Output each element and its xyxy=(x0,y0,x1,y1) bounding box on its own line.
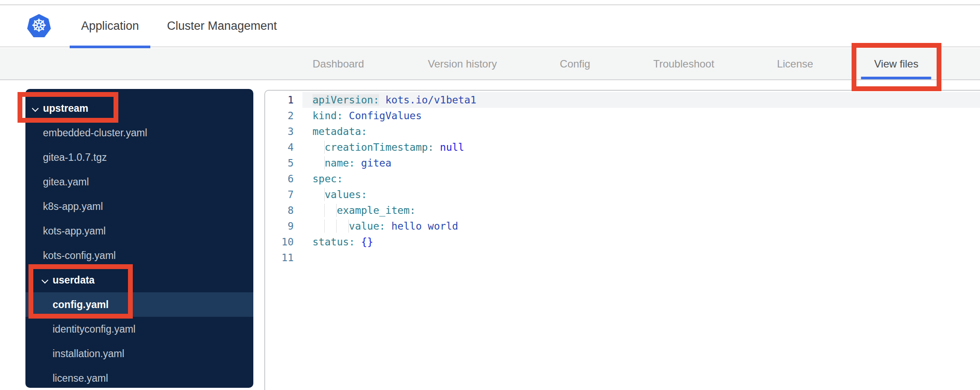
code-line: 11 xyxy=(265,250,980,266)
code-token: spec: xyxy=(312,173,343,184)
line-number: 7 xyxy=(265,187,294,202)
code-token xyxy=(385,220,391,232)
tree-file-embedded-cluster-yaml[interactable]: embedded-cluster.yaml xyxy=(25,121,253,145)
code-token: hello world xyxy=(391,220,458,232)
tree-file-license-yaml[interactable]: license.yaml xyxy=(25,366,253,388)
subnav-tab-label: License xyxy=(777,58,813,70)
tree-file-kots-config-yaml[interactable]: kots-config.yaml xyxy=(25,243,253,268)
line-number: 2 xyxy=(265,108,294,124)
tree-file-gitea-yaml[interactable]: gitea.yaml xyxy=(25,170,253,194)
code-token: kind: xyxy=(312,110,343,121)
code-line-content: creationTimestamp: null xyxy=(302,139,980,155)
tree-file-gitea-1-0-7-tgz[interactable]: gitea-1.0.7.tgz xyxy=(25,145,253,170)
indent-guide xyxy=(312,204,325,217)
code-token xyxy=(355,157,361,169)
file-tree-sidebar: upstreamembedded-cluster.yamlgitea-1.0.7… xyxy=(25,89,253,388)
line-number: 10 xyxy=(265,234,294,250)
indent-guide xyxy=(312,156,325,170)
code-token xyxy=(355,236,361,248)
subnav-tab-dashboard[interactable]: Dashboard xyxy=(312,48,364,79)
tree-item-label: upstream xyxy=(43,103,89,114)
code-line-content: spec: xyxy=(302,171,980,187)
code-line: 10status: {} xyxy=(265,234,980,250)
code-line-content: kind: ConfigValues xyxy=(302,108,980,124)
header-tab-cluster-management[interactable]: Cluster Management xyxy=(167,5,277,46)
tree-folder-userdata[interactable]: userdata xyxy=(25,268,253,292)
tree-item-label: license.yaml xyxy=(53,372,108,384)
code-token xyxy=(379,94,385,106)
code-line-content: status: {} xyxy=(302,234,980,250)
header-tab-label: Application xyxy=(81,19,139,33)
line-number: 8 xyxy=(265,202,294,218)
subnav-tab-troubleshoot[interactable]: Troubleshoot xyxy=(653,48,714,79)
code-line: 4creationTimestamp: null xyxy=(265,139,980,155)
code-line: 1apiVersion: kots.io/v1beta1 xyxy=(265,92,980,108)
subnav-tab-label: View files xyxy=(874,58,919,70)
header-tab-label: Cluster Management xyxy=(167,19,277,33)
yaml-file-viewer[interactable]: 1apiVersion: kots.io/v1beta12kind: Confi… xyxy=(264,90,980,390)
code-line: 8example_item: xyxy=(265,202,980,218)
tree-file-identityconfig-yaml[interactable]: identityconfig.yaml xyxy=(25,317,253,341)
code-token: creationTimestamp: xyxy=(325,142,434,153)
code-line-content: value: hello world xyxy=(302,218,980,234)
tree-file-installation-yaml[interactable]: installation.yaml xyxy=(25,341,253,366)
indent-guide xyxy=(325,204,337,217)
code-line-content: name: gitea xyxy=(302,155,980,171)
code-line: 9value: hello world xyxy=(265,218,980,234)
subnav-tab-label: Troubleshoot xyxy=(653,58,714,70)
indent-guide xyxy=(312,188,325,201)
tree-item-label: gitea.yaml xyxy=(43,176,89,188)
line-number: 6 xyxy=(265,171,294,187)
kubernetes-logo-icon: ☸ xyxy=(27,14,51,38)
code-token: status: xyxy=(312,236,355,248)
tree-file-kots-app-yaml[interactable]: kots-app.yaml xyxy=(25,219,253,243)
subnav-tab-config[interactable]: Config xyxy=(560,48,590,79)
tree-item-label: kots-app.yaml xyxy=(43,225,106,237)
indent-guide xyxy=(312,220,325,233)
code-line: 5name: gitea xyxy=(265,155,980,171)
ship-wheel-glyph: ☸ xyxy=(31,17,47,34)
code-token: value: xyxy=(349,220,385,232)
code-token: metadata: xyxy=(312,126,367,137)
code-token: gitea xyxy=(361,157,391,169)
app-header: ☸ ApplicationCluster Management xyxy=(0,5,980,47)
code-token xyxy=(434,142,440,153)
chevron-down-icon xyxy=(42,277,48,283)
subnav-tab-view-files[interactable]: View files xyxy=(874,48,919,79)
tree-item-label: embedded-cluster.yaml xyxy=(43,127,147,139)
header-tabs: ApplicationCluster Management xyxy=(81,5,277,46)
subnav-tab-license[interactable]: License xyxy=(777,48,813,79)
code-line-content: values: xyxy=(302,187,980,202)
subnav-tab-version-history[interactable]: Version history xyxy=(428,48,497,79)
tree-item-label: config.yaml xyxy=(53,299,109,311)
tree-item-label: gitea-1.0.7.tgz xyxy=(43,152,107,163)
line-number: 11 xyxy=(265,250,294,266)
line-number: 9 xyxy=(265,218,294,234)
indent-guide xyxy=(312,141,325,154)
tree-file-config-yaml[interactable]: config.yaml xyxy=(25,292,253,317)
tree-item-label: installation.yaml xyxy=(53,348,124,360)
code-line: 2kind: ConfigValues xyxy=(265,108,980,124)
code-token: name: xyxy=(325,157,355,169)
kots-admin-console: ☸ ApplicationCluster Management Dashboar… xyxy=(0,0,980,390)
line-number: 1 xyxy=(265,92,294,108)
code-token: apiVersion: xyxy=(312,94,379,106)
code-token: ConfigValues xyxy=(349,110,422,121)
subnav-tab-label: Version history xyxy=(428,58,497,70)
subnav-tab-label: Config xyxy=(560,58,590,70)
indent-guide xyxy=(337,220,349,233)
code-line: 6spec: xyxy=(265,171,980,187)
app-subnav: DashboardVersion historyConfigTroublesho… xyxy=(0,48,980,80)
tree-folder-upstream[interactable]: upstream xyxy=(25,96,253,121)
tree-file-k8s-app-yaml[interactable]: k8s-app.yaml xyxy=(25,194,253,219)
line-number: 5 xyxy=(265,155,294,171)
tree-item-label: userdata xyxy=(53,274,95,286)
indent-guide xyxy=(325,220,337,233)
code-token: null xyxy=(440,142,464,153)
subnav-tab-label: Dashboard xyxy=(312,58,364,70)
code-line: 3metadata: xyxy=(265,124,980,139)
header-tab-application[interactable]: Application xyxy=(81,5,139,46)
tree-item-label: identityconfig.yaml xyxy=(53,323,135,335)
code-token: values: xyxy=(325,189,367,200)
tree-item-label: k8s-app.yaml xyxy=(43,201,103,213)
